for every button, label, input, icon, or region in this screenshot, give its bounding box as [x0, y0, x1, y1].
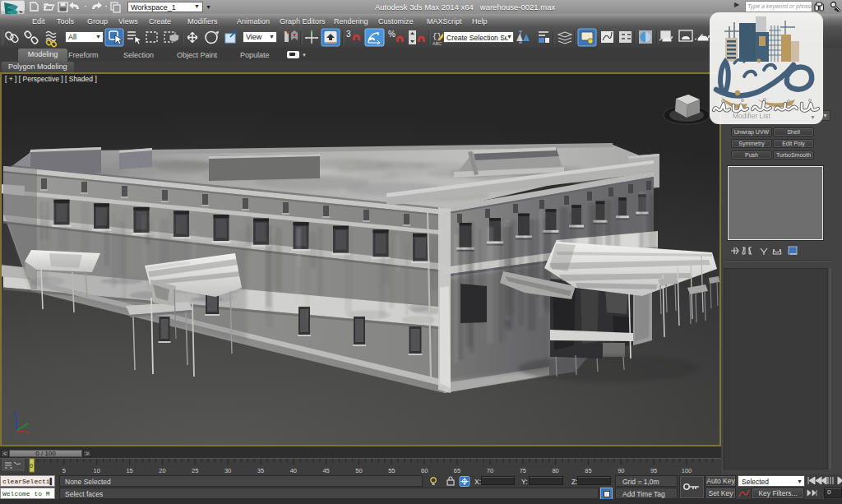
svg-text:0: 0 [30, 463, 33, 469]
svg-text:ABC: ABC [433, 41, 442, 46]
svg-text:75: 75 [520, 467, 526, 474]
svg-text:55: 55 [388, 467, 395, 474]
svg-text:35: 35 [257, 467, 264, 474]
svg-text:5: 5 [62, 467, 66, 474]
svg-text:60: 60 [421, 467, 428, 474]
svg-text:70: 70 [487, 467, 493, 474]
svg-text:85: 85 [585, 467, 591, 474]
svg-text:z: z [14, 410, 17, 416]
svg-text:20: 20 [159, 467, 165, 474]
svg-text:▼: ▼ [810, 114, 816, 120]
svg-text:40: 40 [290, 467, 297, 474]
svg-text:3: 3 [346, 30, 351, 39]
svg-text:%: % [388, 30, 396, 39]
svg-text:95: 95 [650, 467, 657, 474]
svg-text:Modifier List: Modifier List [733, 112, 770, 120]
svg-text:50: 50 [355, 467, 362, 474]
svg-text:10: 10 [94, 467, 100, 474]
svg-text:15: 15 [126, 467, 132, 474]
svg-text:90: 90 [618, 467, 624, 474]
svg-text:25: 25 [192, 467, 198, 474]
svg-text:30: 30 [224, 467, 231, 474]
svg-text:100: 100 [682, 467, 692, 474]
svg-text:45: 45 [322, 467, 329, 474]
svg-text:65: 65 [454, 467, 460, 474]
svg-text:80: 80 [552, 467, 558, 474]
